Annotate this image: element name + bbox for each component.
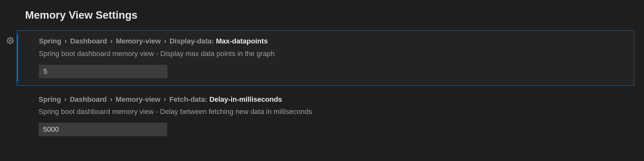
breadcrumb-segment: Fetch-data bbox=[169, 95, 205, 103]
breadcrumb-segment: Memory-view bbox=[116, 37, 161, 45]
breadcrumb-segment: Dashboard bbox=[70, 95, 107, 103]
breadcrumb-segment: Spring bbox=[39, 37, 61, 45]
breadcrumb-separator: › bbox=[162, 95, 168, 103]
breadcrumb-segment: Spring bbox=[39, 95, 61, 103]
breadcrumb-leaf: Max-datapoints bbox=[216, 37, 268, 45]
breadcrumb-segment: Memory-view bbox=[116, 95, 160, 103]
setting-input-delay-milliseconds[interactable] bbox=[39, 123, 167, 136]
svg-point-0 bbox=[9, 40, 11, 42]
setting-description: Spring boot dashboard memory view - Disp… bbox=[39, 49, 626, 59]
setting-breadcrumb: Spring › Dashboard › Memory-view › Fetch… bbox=[39, 95, 627, 105]
setting-breadcrumb: Spring › Dashboard › Memory-view › Displ… bbox=[39, 36, 626, 46]
breadcrumb-separator: › bbox=[162, 37, 168, 45]
setting-input-max-datapoints[interactable] bbox=[39, 65, 167, 78]
breadcrumb-leaf: Delay-in-milliseconds bbox=[209, 95, 282, 103]
breadcrumb-separator: › bbox=[62, 95, 69, 103]
setting-item-max-datapoints[interactable]: Spring › Dashboard › Memory-view › Displ… bbox=[17, 30, 634, 86]
breadcrumb-segment: Display-data bbox=[170, 37, 212, 45]
breadcrumb-segment: Dashboard bbox=[70, 37, 107, 45]
breadcrumb-colon: : bbox=[212, 37, 216, 45]
breadcrumb-separator: › bbox=[108, 95, 114, 103]
page-title: Memory View Settings bbox=[25, 9, 644, 21]
breadcrumb-colon: : bbox=[205, 95, 209, 103]
setting-description: Spring boot dashboard memory view - Dela… bbox=[39, 107, 627, 117]
breadcrumb-separator: › bbox=[63, 37, 69, 45]
breadcrumb-separator: › bbox=[108, 37, 115, 45]
gear-icon[interactable] bbox=[7, 37, 14, 44]
setting-item-delay-milliseconds[interactable]: Spring › Dashboard › Memory-view › Fetch… bbox=[17, 86, 634, 144]
settings-list: Spring › Dashboard › Memory-view › Displ… bbox=[0, 30, 644, 143]
